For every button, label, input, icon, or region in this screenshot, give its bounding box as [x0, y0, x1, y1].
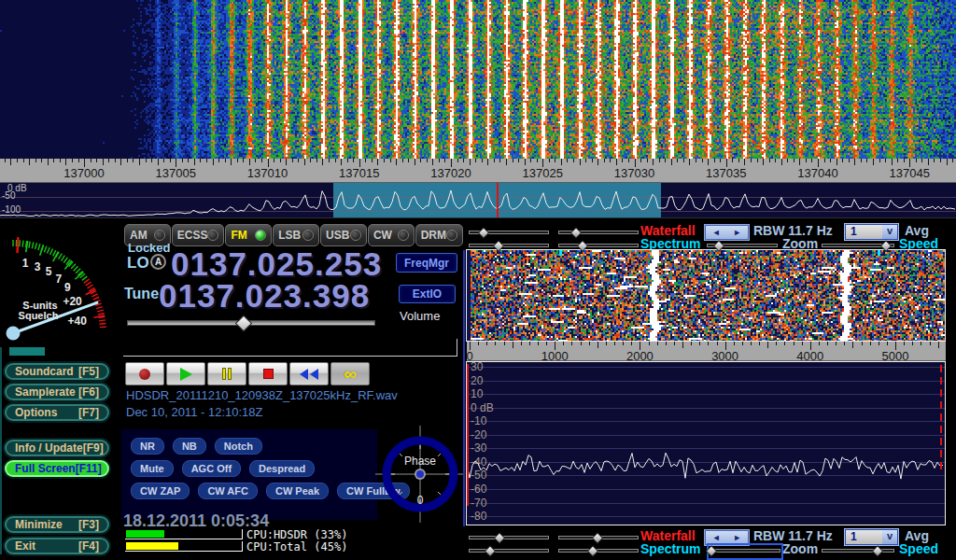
spectrum-gain-slider[interactable] — [469, 241, 549, 252]
spectrum-gain-slider[interactable] — [469, 546, 549, 557]
rewind-button[interactable] — [289, 362, 329, 385]
panel-splitter[interactable] — [463, 250, 465, 526]
slider-thumb[interactable] — [485, 545, 497, 557]
waterfall-scroll-spinner[interactable]: ◄ ► — [705, 530, 749, 545]
mute-button[interactable]: Mute — [131, 460, 174, 477]
mode-button-usb[interactable]: USB — [320, 224, 367, 246]
play-button[interactable] — [166, 362, 205, 385]
slider-thumb[interactable] — [478, 227, 490, 239]
main-waterfall-display[interactable] — [0, 0, 956, 159]
waterfall-brightness-slider[interactable] — [469, 228, 549, 239]
nb-button[interactable]: NB — [173, 438, 206, 455]
main-frequency-scale[interactable]: 1370001370051370101370151370201370251370… — [0, 159, 956, 183]
scale-tick — [947, 159, 948, 165]
waterfall-brightness-slider[interactable] — [469, 533, 549, 544]
scale-tick — [170, 159, 171, 162]
band-edge-marker — [467, 364, 469, 506]
mode-button-drm[interactable]: DRM — [415, 224, 463, 246]
spectrum-label[interactable]: Spectrum — [640, 541, 701, 556]
scale-tick — [304, 159, 305, 165]
mode-button-fm[interactable]: FM — [225, 224, 272, 246]
record-button[interactable] — [125, 362, 164, 385]
cw-zap-button[interactable]: CW ZAP — [131, 483, 190, 499]
avg-dropdown-value[interactable]: 1 — [846, 225, 882, 239]
mode-button-lsb[interactable]: LSB — [273, 224, 319, 246]
stop-button[interactable] — [248, 362, 288, 385]
slider-thumb[interactable] — [587, 545, 599, 557]
slider-thumb[interactable] — [576, 240, 588, 252]
slider-thumb[interactable] — [235, 315, 252, 331]
dropdown-arrow-icon[interactable]: v — [882, 530, 897, 544]
cw-afc-button[interactable]: CW AFC — [198, 483, 258, 499]
left-arrow-icon[interactable]: ◄ — [712, 229, 721, 237]
freqmgr-button[interactable]: FreqMgr — [396, 253, 457, 273]
scale-tick — [682, 342, 683, 348]
slider-track[interactable] — [558, 244, 639, 247]
scale-tick — [377, 159, 378, 165]
right-arrow-icon[interactable]: ► — [733, 534, 741, 542]
slider-track[interactable] — [469, 536, 549, 539]
waterfall-scroll-spinner[interactable]: ◄ ► — [705, 225, 749, 240]
scale-tick — [759, 342, 760, 345]
zoom-slider[interactable] — [710, 546, 780, 557]
info-update-button[interactable]: Info / Update[F9] — [5, 440, 109, 456]
notch-button[interactable]: Notch — [215, 438, 262, 455]
spectrum-range-slider[interactable] — [558, 546, 639, 557]
zoom-waterfall-display[interactable] — [467, 250, 945, 341]
speed-slider[interactable] — [822, 241, 894, 252]
soundcard-button[interactable]: Soundcard[F5] — [5, 363, 109, 380]
waterfall-contrast-slider[interactable] — [558, 533, 639, 544]
slider-track[interactable] — [710, 549, 780, 553]
mode-label: FM — [231, 229, 246, 242]
slider-thumb[interactable] — [592, 532, 604, 544]
slider-thumb[interactable] — [493, 532, 505, 544]
frequency-tick-label: 137025 — [523, 166, 563, 180]
mode-button-cw[interactable]: CW — [368, 224, 415, 246]
exit-button[interactable]: Exit[F4] — [5, 538, 109, 554]
cw-peak-button[interactable]: CW Peak — [266, 483, 329, 499]
slider-thumb[interactable] — [492, 240, 504, 252]
speed-slider[interactable] — [822, 546, 894, 557]
avg-dropdown[interactable]: 1 v — [845, 529, 898, 545]
slider-track[interactable] — [469, 549, 549, 553]
slider-thumb[interactable] — [705, 545, 717, 557]
divider — [0, 217, 956, 218]
scale-tick — [610, 159, 611, 162]
left-arrow-icon[interactable]: ◄ — [712, 534, 721, 542]
waterfall-contrast-slider[interactable] — [558, 228, 639, 239]
dropdown-arrow-icon[interactable]: v — [882, 225, 897, 239]
slider-thumb[interactable] — [872, 545, 884, 557]
avg-dropdown[interactable]: 1 v — [845, 224, 898, 240]
right-arrow-icon[interactable]: ► — [733, 229, 741, 237]
mode-led-icon — [207, 230, 218, 241]
fkey-label: [F9] — [83, 441, 104, 455]
lo-auto-badge[interactable]: A — [150, 254, 166, 270]
slider-track[interactable] — [469, 244, 549, 247]
scale-tick — [23, 159, 24, 162]
extio-button[interactable]: ExtIO — [399, 285, 456, 303]
loop-button[interactable]: ∞ — [330, 362, 370, 385]
zoom-slider[interactable] — [707, 241, 778, 252]
scale-tick — [5, 159, 6, 162]
slider-thumb[interactable] — [570, 227, 583, 239]
main-spectrum-display[interactable]: 0 dB-50-100 — [0, 183, 956, 217]
mode-button-ecss[interactable]: ECSS — [172, 224, 225, 246]
scale-tick — [696, 159, 696, 162]
despread-button[interactable]: Despread — [249, 460, 315, 477]
minimize-button[interactable]: Minimize[F3] — [5, 516, 109, 533]
avg-dropdown-value[interactable]: 1 — [846, 530, 882, 544]
volume-slider[interactable] — [127, 316, 375, 331]
options-button[interactable]: Options[F7] — [5, 404, 109, 421]
scale-tick — [640, 159, 641, 162]
samplerate-button[interactable]: Samplerate[F6] — [5, 384, 109, 400]
agc-off-button[interactable]: AGC Off — [182, 460, 241, 477]
slider-thumb[interactable] — [879, 240, 892, 252]
nr-button[interactable]: NR — [131, 438, 164, 455]
full-screen-button[interactable]: Full Screen[F11] — [5, 460, 109, 477]
spectrum-range-slider[interactable] — [558, 241, 639, 252]
squelch-bar[interactable] — [9, 347, 45, 356]
slider-thumb[interactable] — [713, 240, 725, 252]
tune-frequency-display[interactable]: 0137.023.398 — [159, 277, 370, 315]
zoom-frequency-scale[interactable]: 010002000300040005000 — [467, 342, 946, 361]
pause-button[interactable] — [207, 362, 246, 385]
